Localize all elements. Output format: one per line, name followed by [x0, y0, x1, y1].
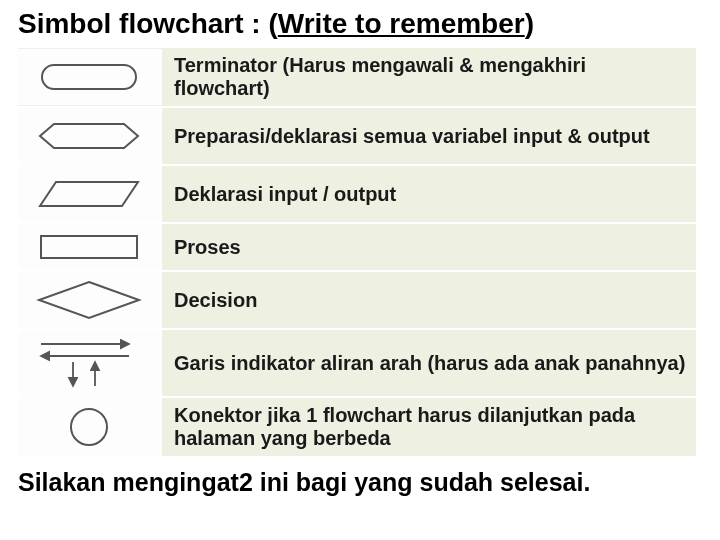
svg-marker-2 — [40, 182, 138, 206]
symbol-cell — [18, 49, 162, 105]
page-title: Simbol flowchart : (Write to remember) — [18, 8, 702, 40]
desc-cell: Konektor jika 1 flowchart harus dilanjut… — [162, 398, 696, 456]
symbol-table: Terminator (Harus mengawali & mengakhiri… — [18, 48, 696, 456]
title-underlined: Write to remember — [278, 8, 525, 39]
table-row: Decision — [18, 271, 696, 329]
desc-cell: Deklarasi input / output — [162, 177, 696, 212]
desc-cell: Garis indikator aliran arah (harus ada a… — [162, 346, 696, 381]
table-row: Preparasi/deklarasi semua variabel input… — [18, 107, 696, 165]
desc-cell: Decision — [162, 283, 696, 318]
svg-marker-4 — [39, 282, 139, 318]
table-row: Konektor jika 1 flowchart harus dilanjut… — [18, 397, 696, 456]
io-icon — [34, 176, 144, 212]
desc-cell: Proses — [162, 230, 696, 265]
footer-note: Silakan mengingat2 ini bagi yang sudah s… — [18, 466, 702, 497]
flow-arrows-icon — [29, 334, 149, 392]
symbol-cell — [18, 330, 162, 396]
symbol-cell — [18, 398, 162, 456]
terminator-icon — [39, 60, 139, 94]
symbol-cell — [18, 224, 162, 270]
table-row: Terminator (Harus mengawali & mengakhiri… — [18, 48, 696, 107]
symbol-cell — [18, 108, 162, 164]
svg-marker-1 — [40, 124, 138, 148]
process-icon — [37, 231, 141, 263]
desc-cell: Preparasi/deklarasi semua variabel input… — [162, 119, 696, 154]
table-row: Garis indikator aliran arah (harus ada a… — [18, 329, 696, 397]
connector-icon — [64, 402, 114, 452]
preparation-icon — [34, 116, 144, 156]
svg-rect-0 — [42, 65, 136, 89]
symbol-cell — [18, 272, 162, 328]
title-main: Simbol flowchart : ( — [18, 8, 278, 39]
decision-icon — [33, 278, 145, 322]
table-row: Proses — [18, 223, 696, 271]
svg-rect-3 — [41, 236, 137, 258]
svg-point-9 — [71, 409, 107, 445]
symbol-cell — [18, 166, 162, 222]
title-close: ) — [525, 8, 534, 39]
table-row: Deklarasi input / output — [18, 165, 696, 223]
desc-cell: Terminator (Harus mengawali & mengakhiri… — [162, 48, 696, 106]
